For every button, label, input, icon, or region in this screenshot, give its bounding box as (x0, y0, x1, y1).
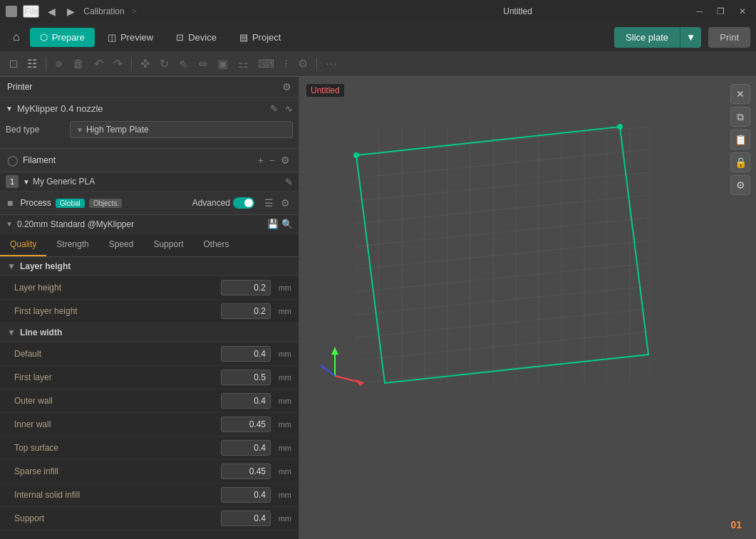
objects-tag[interactable]: Objects (89, 199, 122, 208)
layer-height-label[interactable]: Layer height (14, 283, 221, 293)
add-filament-button[interactable]: + (257, 153, 265, 167)
lock-scene-button[interactable]: 🔒 (730, 152, 750, 172)
slice-dropdown[interactable]: ▼ (680, 27, 701, 48)
side-tools: ✕ ⧉ 📋 🔒 ⚙ (730, 84, 750, 195)
slice-button[interactable]: Slice plate (614, 27, 680, 48)
process-list-button[interactable]: ☰ (263, 196, 275, 210)
filament-name[interactable]: ▼ My Generic PLA (23, 177, 281, 187)
outer-wall-label[interactable]: Outer wall (14, 396, 221, 406)
sparse-infill-label[interactable]: Sparse infill (14, 466, 221, 476)
inner-wall-label[interactable]: Inner wall (14, 419, 221, 429)
first-layer-width-label[interactable]: First layer (14, 372, 221, 382)
top-surface-label[interactable]: Top surface (14, 443, 221, 453)
default-width-input[interactable] (221, 346, 271, 362)
save-profile-button[interactable]: 💾 (267, 219, 279, 229)
navbar: ⌂ ⬡ Prepare ◫ Preview ⊡ Device ▤ Project… (0, 23, 756, 51)
file-menu[interactable]: File (23, 5, 39, 18)
tab-others[interactable]: Others (193, 234, 239, 256)
toolbar-sep-3 (316, 57, 317, 71)
first-layer-height-input[interactable] (221, 303, 271, 319)
first-layer-width-input[interactable] (221, 370, 271, 385)
delete-button[interactable]: 🗑 (68, 55, 88, 73)
first-layer-width-unit: mm (274, 373, 291, 382)
filament-expand-icon: ▼ (23, 178, 30, 186)
scene-label: Untitled (306, 84, 344, 97)
more-tools-button[interactable]: ⋯ (321, 54, 341, 73)
copy-scene-button[interactable]: ⧉ (730, 107, 750, 127)
viewport[interactable]: Untitled (299, 77, 756, 539)
support-input[interactable] (221, 511, 271, 526)
edit-printer-icon[interactable]: ✎ (270, 103, 278, 114)
scene-settings-button[interactable]: ⚙ (730, 175, 750, 195)
nav-forward[interactable]: ▶ (64, 4, 78, 19)
printer-section-header: Printer ⚙ (0, 77, 299, 98)
arrange-button[interactable]: ⁝ (280, 54, 292, 73)
tab-quality[interactable]: Quality (0, 234, 46, 256)
color-button[interactable]: ▣ (213, 54, 232, 73)
process-profile: ▼ 0.20mm Standard @MyKlipper 💾 🔍 (0, 215, 299, 234)
inner-wall-input[interactable] (221, 417, 271, 432)
rotate-button[interactable]: ↻ (155, 54, 173, 73)
internal-solid-label[interactable]: Internal solid infill (14, 490, 221, 500)
profile-name-label[interactable]: 0.20mm Standard @MyKlipper (17, 219, 263, 229)
nav-back[interactable]: ◀ (45, 4, 58, 19)
prepare-icon: ⬡ (40, 32, 48, 43)
tab-strength[interactable]: Strength (46, 234, 98, 256)
outer-wall-input[interactable] (221, 393, 271, 409)
tab-support[interactable]: Support (143, 234, 193, 256)
print-button[interactable]: Print (708, 27, 750, 48)
internal-solid-input[interactable] (221, 487, 271, 503)
printer-settings-icon[interactable]: ⚙ (282, 81, 291, 93)
perspective-button[interactable]: □ (6, 55, 21, 73)
device-tab[interactable]: ⊡ Device (166, 28, 227, 47)
layer-height-group-header[interactable]: ▼ Layer height (0, 257, 299, 276)
svg-marker-34 (331, 347, 338, 355)
bed-type-select[interactable]: ▼ High Temp Plate (70, 121, 293, 138)
add-object-button[interactable]: ⊕ (51, 56, 67, 72)
top-surface-input[interactable] (221, 440, 271, 456)
prepare-tab[interactable]: ⬡ Prepare (30, 28, 95, 47)
top-surface-row: Top surface mm (0, 436, 299, 460)
preview-icon: ◫ (108, 32, 116, 43)
default-width-label[interactable]: Default (14, 349, 221, 359)
printer-name[interactable]: ▼ MyKlipper 0.4 nozzle ✎ ∿ (6, 100, 293, 117)
process-settings-button[interactable]: ⚙ (279, 196, 291, 210)
support-row: Support mm (0, 507, 299, 530)
project-tab[interactable]: ▤ Project (229, 28, 291, 47)
line-width-group-header[interactable]: ▼ Line width (0, 323, 299, 342)
home-button[interactable]: ⌂ (6, 26, 27, 48)
global-tag[interactable]: Global (56, 199, 85, 208)
mirror-button[interactable]: ⇔ (194, 54, 212, 73)
scale-button[interactable]: ⇖ (175, 54, 192, 73)
edit-filament-icon[interactable]: ✎ (285, 177, 293, 187)
first-layer-height-label[interactable]: First layer height (14, 306, 221, 316)
layer-height-group-title: Layer height (20, 261, 71, 271)
process-section-header: ■ Process Global Objects Advanced ☰ ⚙ (0, 192, 299, 215)
redo-button[interactable]: ↷ (109, 54, 127, 73)
layer-height-input[interactable] (221, 280, 271, 295)
outer-wall-unit: mm (274, 397, 291, 405)
support-button[interactable]: ⚏ (234, 54, 252, 73)
preview-tab[interactable]: ◫ Preview (98, 28, 163, 47)
window-controls: ─ ❐ ✕ (693, 5, 751, 18)
close-scene-button[interactable]: ✕ (730, 84, 750, 104)
first-layer-height-unit: mm (274, 307, 291, 315)
maximize-button[interactable]: ❐ (713, 5, 729, 18)
tab-speed[interactable]: Speed (99, 234, 144, 256)
move-button[interactable]: ✜ (136, 54, 154, 73)
support-label[interactable]: Support (14, 513, 221, 523)
split-button[interactable]: ⌨ (254, 54, 279, 73)
toolbar-settings-button[interactable]: ⚙ (294, 54, 312, 73)
filament-settings-button[interactable]: ⚙ (279, 153, 291, 167)
sparse-infill-input[interactable] (221, 464, 271, 479)
minimize-button[interactable]: ─ (693, 5, 708, 18)
svg-line-35 (321, 365, 335, 376)
search-profile-button[interactable]: 🔍 (281, 219, 293, 229)
remove-filament-button[interactable]: − (268, 153, 276, 167)
paste-scene-button[interactable]: 📋 (730, 130, 750, 150)
undo-button[interactable]: ↶ (90, 54, 108, 73)
expand-icon: ▼ (6, 105, 13, 112)
advanced-toggle[interactable] (233, 197, 254, 209)
close-button[interactable]: ✕ (735, 5, 750, 18)
grid-button[interactable]: ☷ (23, 54, 41, 73)
